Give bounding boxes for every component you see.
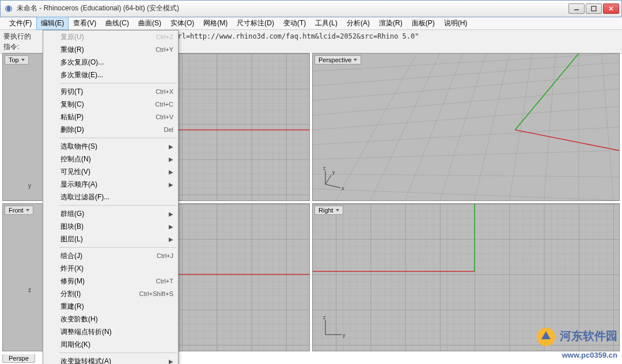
menu-item-label: 改变阶数(H)	[60, 314, 173, 324]
menu-item-label: 控制点(N)	[60, 154, 173, 164]
menu-item-label: 选取过滤器(F)...	[60, 192, 173, 202]
watermark-text: 河东软件园	[560, 329, 617, 342]
menu-item-label: 显示顺序(A)	[60, 180, 173, 189]
menu-separator	[59, 205, 177, 206]
menu-item-shortcut: Del	[164, 126, 173, 133]
menu-item-shortcut: Ctrl+Y	[156, 46, 173, 53]
menu-item[interactable]: 复制(C)Ctrl+C	[43, 98, 178, 111]
chevron-down-icon	[354, 59, 357, 61]
menu-item[interactable]: 显示顺序(A)▶	[43, 178, 178, 191]
titlebar: 未命名 - Rhinoceros (Educational) (64-bit) …	[0, 0, 622, 17]
menu-item[interactable]: 剪切(T)Ctrl+X	[43, 85, 178, 98]
menu-item-label: 多次复原(O)...	[60, 58, 173, 67]
menu-item[interactable]: 改变阶数(H)	[43, 313, 178, 325]
menu-item-shortcut: Ctrl+T	[156, 278, 173, 285]
viewport-label-top[interactable]: Top	[5, 55, 29, 65]
menu-render[interactable]: 渲染(R)	[374, 17, 407, 30]
svg-rect-3	[591, 6, 596, 11]
menu-item-shortcut: Ctrl+Shift+S	[139, 290, 173, 297]
menu-item[interactable]: 周期化(K)	[43, 338, 178, 351]
tab-perspective[interactable]: Perspe	[2, 354, 35, 363]
submenu-arrow-icon: ▶	[169, 211, 173, 217]
menu-item-label: 修剪(M)	[60, 276, 156, 286]
menu-item-label: 可见性(V)	[60, 167, 173, 177]
viewport-tabstrip: Perspe	[2, 352, 35, 363]
menu-item[interactable]: 群组(G)▶	[43, 207, 178, 220]
viewport-perspective[interactable]: Perspective x y z	[312, 53, 620, 201]
menu-file[interactable]: 文件(F)	[5, 17, 36, 30]
menu-item-label: 群组(G)	[60, 209, 173, 219]
watermark-logo-icon	[536, 327, 556, 347]
menu-item[interactable]: 重建(R)	[43, 300, 178, 313]
menu-item[interactable]: 可见性(V)▶	[43, 165, 178, 178]
menu-item-label: 分割(I)	[60, 289, 139, 299]
window-controls	[568, 3, 619, 14]
menu-separator	[59, 83, 177, 84]
menu-transform[interactable]: 变动(T)	[279, 17, 310, 30]
menu-item[interactable]: 炸开(X)	[43, 262, 178, 275]
menu-mesh[interactable]: 网格(M)	[199, 17, 232, 30]
command-label-1: 要执行的	[3, 32, 31, 41]
svg-text:z: z	[28, 287, 31, 293]
menu-item-label: 粘贴(P)	[60, 112, 156, 122]
menu-analyze[interactable]: 分析(A)	[342, 17, 374, 30]
menu-help[interactable]: 说明(H)	[439, 17, 472, 30]
menu-surface[interactable]: 曲面(S)	[134, 17, 166, 30]
menu-item[interactable]: 组合(J)Ctrl+J	[43, 249, 178, 262]
menu-item[interactable]: 选取物件(S)▶	[43, 140, 178, 153]
menu-item[interactable]: 多次复原(O)...	[43, 56, 178, 69]
menu-item[interactable]: 删除(D)Del	[43, 123, 178, 136]
menu-item[interactable]: 粘贴(P)Ctrl+V	[43, 111, 178, 123]
viewport-label-text: Top	[9, 56, 19, 63]
menu-separator	[59, 352, 177, 353]
menu-edit[interactable]: 编辑(E)	[36, 17, 69, 30]
axes-indicator-right: y z	[318, 315, 346, 345]
maximize-button[interactable]	[586, 3, 602, 14]
viewport-label-front[interactable]: Front	[5, 206, 33, 215]
menu-item-label: 周期化(K)	[60, 340, 173, 350]
close-button[interactable]	[603, 3, 619, 14]
chevron-down-icon	[21, 59, 25, 61]
menu-tools[interactable]: 工具(L)	[310, 17, 342, 30]
menu-curve[interactable]: 曲线(C)	[101, 17, 134, 30]
watermark-url: www.pc0359.cn	[562, 351, 617, 359]
svg-text:x: x	[342, 185, 344, 191]
watermark: 河东软件园 www.pc0359.cn	[536, 327, 617, 361]
menu-item-label: 复原(U)	[60, 32, 156, 42]
submenu-arrow-icon: ▶	[169, 169, 173, 175]
menu-item[interactable]: 控制点(N)▶	[43, 153, 178, 165]
menu-item-shortcut: Ctrl+V	[156, 113, 173, 120]
menu-item[interactable]: 调整端点转折(N)	[43, 325, 178, 338]
menu-item-label: 改变旋转模式(A)	[60, 357, 173, 365]
menu-solid[interactable]: 实体(O)	[166, 17, 199, 30]
menu-panels[interactable]: 面板(P)	[407, 17, 439, 30]
viewport-label-perspective[interactable]: Perspective	[314, 55, 361, 65]
menu-dimension[interactable]: 尺寸标注(D)	[232, 17, 279, 30]
minimize-button[interactable]	[568, 3, 585, 14]
menu-item-shortcut: Ctrl+J	[157, 252, 173, 259]
menu-view[interactable]: 查看(V)	[69, 17, 101, 30]
menu-item-label: 炸开(X)	[60, 264, 173, 274]
chevron-down-icon	[26, 209, 29, 211]
menu-item[interactable]: 多次重做(E)...	[43, 69, 178, 81]
menu-item[interactable]: 图块(B)▶	[43, 220, 178, 233]
menu-item[interactable]: 分割(I)Ctrl+Shift+S	[43, 287, 178, 300]
menu-item[interactable]: 图层(L)▶	[43, 233, 178, 245]
menu-item[interactable]: 重做(R)Ctrl+Y	[43, 43, 178, 56]
menu-item[interactable]: 修剪(M)Ctrl+T	[43, 275, 178, 287]
app-icon	[4, 4, 13, 13]
submenu-arrow-icon: ▶	[169, 223, 173, 230]
viewport-grid	[313, 54, 619, 200]
menu-item-label: 复制(C)	[60, 100, 156, 109]
menu-item-label: 删除(D)	[60, 125, 164, 135]
menu-separator	[59, 138, 177, 138]
menu-item-shortcut: Ctrl+Z	[156, 33, 173, 40]
menu-item[interactable]: 改变旋转模式(A)▶	[43, 355, 178, 364]
menu-item-label: 调整端点转折(N)	[60, 327, 173, 337]
viewport-label-right[interactable]: Right	[314, 206, 343, 215]
menu-item-label: 选取物件(S)	[60, 142, 173, 151]
svg-text:y: y	[332, 169, 335, 175]
menu-item: 复原(U)Ctrl+Z	[43, 31, 178, 43]
viewport-label-text: Right	[318, 207, 333, 214]
menu-item[interactable]: 选取过滤器(F)...	[43, 191, 178, 203]
